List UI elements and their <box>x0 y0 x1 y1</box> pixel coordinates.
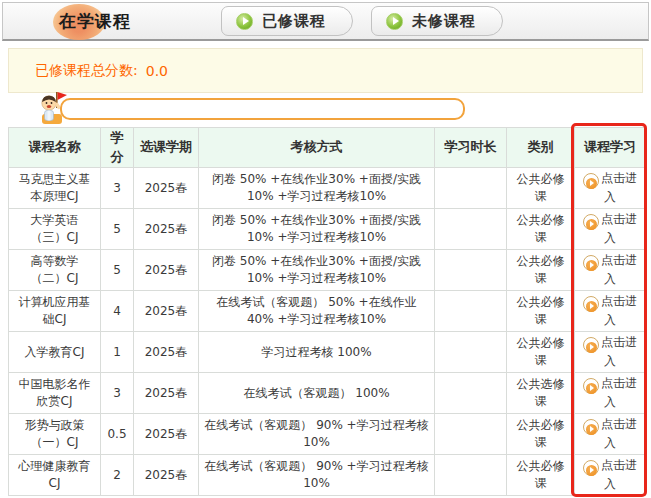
table-row: 入学教育CJ 1 2025春 学习过程考核 100% 公共必修课 点击进入 <box>9 332 646 373</box>
course-name: 入学教育CJ <box>9 332 101 373</box>
course-assessment: 在线考试（客观题） 100% <box>199 373 435 414</box>
score-value: 0.0 <box>146 63 168 79</box>
enter-course-label: 点击进入 <box>601 458 637 491</box>
course-name: 马克思主义基本原理CJ <box>9 168 101 209</box>
table-row: 计算机应用基础CJ 4 2025春 在线考试（客观题） 50% +在线作业40%… <box>9 291 646 332</box>
course-category: 公共必修课 <box>507 332 575 373</box>
enter-course-label: 点击进入 <box>601 294 637 327</box>
course-duration <box>435 291 507 332</box>
column-header-course-study: 课程学习 <box>575 128 646 168</box>
course-term: 2025春 <box>134 250 199 291</box>
course-assessment: 学习过程考核 100% <box>199 332 435 373</box>
course-term: 2025春 <box>134 209 199 250</box>
course-duration <box>435 455 507 496</box>
course-term: 2025春 <box>134 168 199 209</box>
course-page: 在学课程 已修课程 未修课程 已修课程总分数: 0.0 <box>0 0 651 498</box>
course-term: 2025春 <box>134 332 199 373</box>
enter-course-link[interactable]: 点击进入 <box>583 335 637 368</box>
column-header-category: 类别 <box>507 128 575 168</box>
course-duration <box>435 373 507 414</box>
enter-course-link[interactable]: 点击进入 <box>583 294 637 327</box>
course-name: 心理健康教育CJ <box>9 455 101 496</box>
table-row: 中国电影名作欣赏CJ 3 2025春 在线考试（客观题） 100% 公共选修课 … <box>9 373 646 414</box>
enter-course-label: 点击进入 <box>601 171 637 204</box>
course-category: 公共必修课 <box>507 414 575 455</box>
progress-bar <box>60 98 465 120</box>
enter-course-label: 点击进入 <box>601 212 637 245</box>
enter-course-label: 点击进入 <box>601 253 637 286</box>
course-assessment: 在线考试（客观题） 90% +学习过程考核10% <box>199 455 435 496</box>
course-term: 2025春 <box>134 414 199 455</box>
course-credit: 3 <box>101 168 134 209</box>
tab-current-courses[interactable]: 在学课程 <box>51 6 139 37</box>
course-assessment: 闭卷 50% +在线作业30% +面授/实践10% +学习过程考核10% <box>199 168 435 209</box>
course-duration <box>435 332 507 373</box>
course-category: 公共必修课 <box>507 168 575 209</box>
course-duration <box>435 414 507 455</box>
course-table-body: 马克思主义基本原理CJ 3 2025春 闭卷 50% +在线作业30% +面授/… <box>9 168 646 496</box>
course-name: 高等数学（二）CJ <box>9 250 101 291</box>
course-credit: 4 <box>101 291 134 332</box>
course-credit: 0.5 <box>101 414 134 455</box>
column-header-duration: 学习时长 <box>435 128 507 168</box>
enter-course-link[interactable]: 点击进入 <box>583 458 637 491</box>
table-row: 大学英语（三）CJ 5 2025春 闭卷 50% +在线作业30% +面授/实践… <box>9 209 646 250</box>
course-name: 大学英语（三）CJ <box>9 209 101 250</box>
play-icon <box>583 419 599 435</box>
play-icon <box>583 337 599 353</box>
course-table: 课程名称 学分 选课学期 考核方式 学习时长 类别 课程学习 马克思主义基本原理… <box>8 127 646 496</box>
course-credit: 5 <box>101 250 134 291</box>
score-summary-box: 已修课程总分数: 0.0 <box>8 48 643 93</box>
course-assessment: 在线考试（客观题） 50% +在线作业40% +学习过程考核10% <box>199 291 435 332</box>
course-term: 2025春 <box>134 373 199 414</box>
course-enter-cell: 点击进入 <box>575 414 646 455</box>
tab-completed-label: 已修课程 <box>262 12 326 31</box>
enter-course-link[interactable]: 点击进入 <box>583 376 637 409</box>
course-credit: 1 <box>101 332 134 373</box>
course-duration <box>435 209 507 250</box>
play-icon <box>583 378 599 394</box>
enter-course-link[interactable]: 点击进入 <box>583 171 637 204</box>
course-category: 公共必修课 <box>507 209 575 250</box>
course-credit: 5 <box>101 209 134 250</box>
table-row: 形势与政策（一）CJ 0.5 2025春 在线考试（客观题） 90% +学习过程… <box>9 414 646 455</box>
course-category: 公共必修课 <box>507 455 575 496</box>
play-icon <box>236 13 253 30</box>
play-icon <box>583 460 599 476</box>
course-enter-cell: 点击进入 <box>575 455 646 496</box>
score-label: 已修课程总分数: <box>35 62 138 80</box>
play-icon <box>583 173 599 189</box>
play-icon <box>386 13 403 30</box>
course-enter-cell: 点击进入 <box>575 291 646 332</box>
course-enter-cell: 点击进入 <box>575 209 646 250</box>
enter-course-link[interactable]: 点击进入 <box>583 417 637 450</box>
course-assessment: 在线考试（客观题） 90% +学习过程考核10% <box>199 414 435 455</box>
enter-course-link[interactable]: 点击进入 <box>583 212 637 245</box>
play-icon <box>583 296 599 312</box>
active-tab-label: 在学课程 <box>59 11 131 31</box>
table-header-row: 课程名称 学分 选课学期 考核方式 学习时长 类别 课程学习 <box>9 128 646 168</box>
course-category: 公共必修课 <box>507 291 575 332</box>
play-icon <box>583 255 599 271</box>
enter-course-link[interactable]: 点击进入 <box>583 253 637 286</box>
course-enter-cell: 点击进入 <box>575 250 646 291</box>
course-enter-cell: 点击进入 <box>575 373 646 414</box>
course-tab-bar: 在学课程 已修课程 未修课程 <box>2 2 649 41</box>
table-row: 高等数学（二）CJ 5 2025春 闭卷 50% +在线作业30% +面授/实践… <box>9 250 646 291</box>
table-row: 马克思主义基本原理CJ 3 2025春 闭卷 50% +在线作业30% +面授/… <box>9 168 646 209</box>
course-category: 公共选修课 <box>507 373 575 414</box>
course-assessment: 闭卷 50% +在线作业30% +面授/实践10% +学习过程考核10% <box>199 209 435 250</box>
course-enter-cell: 点击进入 <box>575 168 646 209</box>
course-name: 形势与政策（一）CJ <box>9 414 101 455</box>
course-name: 计算机应用基础CJ <box>9 291 101 332</box>
table-row: 心理健康教育CJ 2 2025春 在线考试（客观题） 90% +学习过程考核10… <box>9 455 646 496</box>
course-assessment: 闭卷 50% +在线作业30% +面授/实践10% +学习过程考核10% <box>199 250 435 291</box>
tab-completed-courses[interactable]: 已修课程 <box>221 6 353 36</box>
tab-untaken-label: 未修课程 <box>412 12 476 31</box>
course-term: 2025春 <box>134 455 199 496</box>
column-header-assessment: 考核方式 <box>199 128 435 168</box>
course-name: 中国电影名作欣赏CJ <box>9 373 101 414</box>
tab-untaken-courses[interactable]: 未修课程 <box>371 6 503 36</box>
course-duration <box>435 168 507 209</box>
course-credit: 2 <box>101 455 134 496</box>
